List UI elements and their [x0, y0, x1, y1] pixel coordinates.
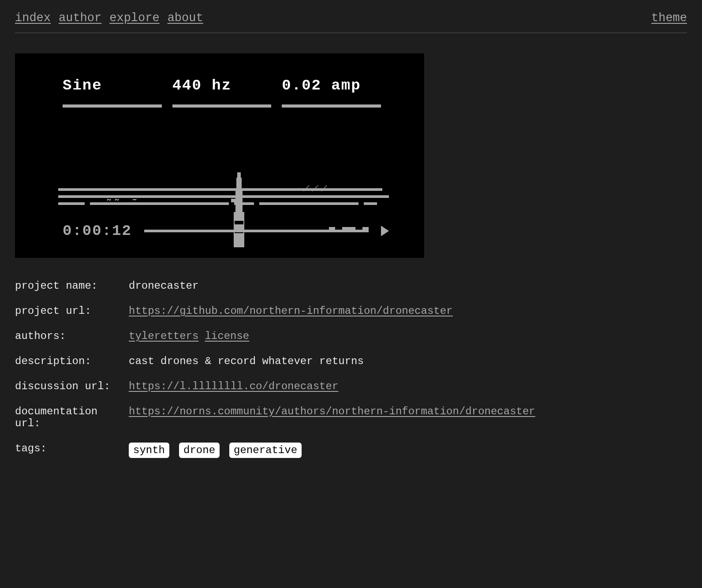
- documentation-url-value: https://norns.community/authors/northern…: [129, 406, 687, 417]
- tag-drone[interactable]: drone: [179, 443, 220, 458]
- author-link-license[interactable]: license: [205, 330, 249, 342]
- tags-value: synth drone generative: [129, 443, 687, 458]
- project-url-label: project url:: [15, 305, 129, 317]
- description-label: description:: [15, 355, 129, 367]
- documentation-url-link[interactable]: https://norns.community/authors/northern…: [129, 406, 535, 417]
- project-url-link[interactable]: https://github.com/northern-information/…: [129, 305, 453, 317]
- tags-label: tags:: [15, 443, 129, 454]
- discussion-url-link[interactable]: https://l.llllllll.co/dronecaster: [129, 380, 338, 392]
- ground-lines: [58, 188, 389, 209]
- wave-type-field: Sine: [63, 77, 162, 108]
- nav-link-theme[interactable]: theme: [651, 11, 687, 25]
- nav-left: index author explore about: [15, 11, 203, 25]
- frequency-field: 440 hz: [172, 77, 272, 108]
- top-nav: index author explore about theme: [15, 11, 687, 33]
- play-icon: [381, 226, 389, 236]
- timer-display: 0:00:12: [63, 223, 132, 239]
- hero-bottom-transport: 0:00:12: [63, 223, 389, 239]
- nav-link-index[interactable]: index: [15, 11, 51, 25]
- authors-value: tyleretters license: [129, 330, 687, 342]
- nav-link-about[interactable]: about: [168, 11, 203, 25]
- documentation-url-label: documentation url:: [15, 406, 129, 429]
- hero-top-readout: Sine 440 hz 0.02 amp: [15, 77, 424, 108]
- discussion-url-value: https://l.llllllll.co/dronecaster: [129, 380, 687, 392]
- project-name-value: dronecaster: [129, 280, 687, 292]
- description-value: cast drones & record whatever returns: [129, 355, 687, 367]
- nav-link-author[interactable]: author: [59, 11, 101, 25]
- project-url-value: https://github.com/northern-information/…: [129, 305, 687, 317]
- pixel-art-scene: ˷˷ ˍ ⟋⟋⟋: [58, 159, 389, 209]
- amplitude-field: 0.02 amp: [282, 77, 381, 108]
- author-link-tyleretters[interactable]: tyleretters: [129, 330, 198, 342]
- project-metadata: project name: dronecaster project url: h…: [15, 280, 687, 458]
- authors-label: authors:: [15, 330, 129, 342]
- project-name-label: project name:: [15, 280, 129, 292]
- tag-generative[interactable]: generative: [229, 443, 302, 458]
- nav-link-explore[interactable]: explore: [109, 11, 159, 25]
- discussion-url-label: discussion url:: [15, 380, 129, 392]
- hero-screenshot: Sine 440 hz 0.02 amp ˷˷ ˍ ⟋⟋⟋: [15, 53, 424, 258]
- progress-bar: [144, 230, 369, 232]
- tag-synth[interactable]: synth: [129, 443, 169, 458]
